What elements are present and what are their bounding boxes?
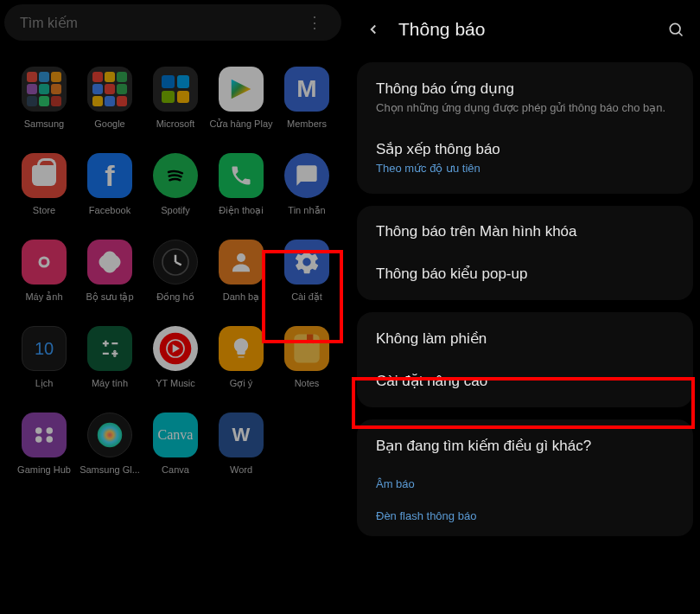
page-title: Thông báo xyxy=(398,19,650,40)
settings-group: Không làm phiềnCài đặt nâng cao xyxy=(357,312,693,407)
app-item-gaming[interactable]: Gaming Hub xyxy=(11,413,77,475)
settings-group: Thông báo trên Màn hình khóaThông báo ki… xyxy=(357,206,693,300)
app-item-contacts[interactable]: Danh bạ xyxy=(208,240,274,302)
tips-icon xyxy=(219,326,264,371)
app-label: YT Music xyxy=(156,378,195,388)
setting-title: Bạn đang tìm kiếm điều gì khác? xyxy=(376,437,674,455)
app-item-clock[interactable]: Đồng hồ xyxy=(143,240,208,302)
clock-icon xyxy=(153,240,198,285)
svg-point-20 xyxy=(47,437,54,444)
app-item-calendar[interactable]: 10Lịch xyxy=(11,326,77,388)
svg-point-19 xyxy=(35,437,42,444)
setting-link[interactable]: Đèn flash thông báo xyxy=(376,509,674,524)
setting-item[interactable]: Thông báo kiểu pop-up xyxy=(357,253,693,295)
app-drawer-panel: Tìm kiếm ⋮ SamsungGoogleMicrosoftCửa hàn… xyxy=(0,0,350,614)
app-item-phone[interactable]: Điện thoại xyxy=(208,153,274,215)
notification-settings-panel: Thông báo Thông báo ứng dụngChọn những ứ… xyxy=(350,0,700,614)
app-item-msg[interactable]: Tin nhắn xyxy=(274,153,340,215)
app-label: Samsung xyxy=(24,118,64,129)
app-item-globe[interactable]: Samsung Gl... xyxy=(77,413,143,475)
app-item-spotify[interactable]: Spotify xyxy=(143,153,208,215)
search-placeholder: Tìm kiếm xyxy=(20,15,303,31)
setting-link[interactable]: Âm báo xyxy=(376,477,674,492)
folder-icon xyxy=(22,67,67,112)
app-label: Samsung Gl... xyxy=(80,464,140,475)
setting-item[interactable]: Thông báo trên Màn hình khóa xyxy=(357,211,693,253)
settings-group: Bạn đang tìm kiếm điều gì khác?Âm báoĐèn… xyxy=(357,419,693,536)
svg-point-17 xyxy=(35,428,42,435)
app-item-play[interactable]: Cửa hàng Play xyxy=(208,67,274,129)
app-item-gallery[interactable]: Bộ sưu tập xyxy=(77,240,143,302)
gallery-icon xyxy=(87,240,132,285)
spotify-icon xyxy=(153,153,198,198)
svg-point-12 xyxy=(114,355,115,356)
svg-point-21 xyxy=(98,423,123,448)
app-item-camera[interactable]: Máy ảnh xyxy=(11,240,77,302)
app-label: Máy tính xyxy=(92,378,128,388)
app-label: Danh bạ xyxy=(223,291,259,302)
app-item-canva[interactable]: CanvaCanva xyxy=(143,413,208,475)
app-item-folder[interactable]: Samsung xyxy=(11,67,77,129)
setting-title: Cài đặt nâng cao xyxy=(376,372,674,390)
setting-title: Thông báo kiểu pop-up xyxy=(376,265,674,283)
app-label: Store xyxy=(33,205,55,215)
ytmusic-icon xyxy=(153,326,198,371)
app-label: Đồng hồ xyxy=(156,291,194,302)
app-label: Tin nhắn xyxy=(288,205,325,215)
camera-icon xyxy=(22,240,67,285)
app-item-folder[interactable]: Google xyxy=(77,67,143,129)
svg-point-6 xyxy=(237,253,245,262)
search-icon[interactable] xyxy=(667,21,684,38)
app-label: Spotify xyxy=(161,205,190,215)
app-item-ytmusic[interactable]: YT Music xyxy=(143,326,208,388)
app-label: Facebook xyxy=(89,205,130,215)
svg-point-22 xyxy=(670,23,680,34)
setting-item[interactable]: Âm báo xyxy=(357,467,693,499)
app-grid: SamsungGoogleMicrosoftCửa hàng PlayMMemb… xyxy=(4,45,346,475)
app-item-notes[interactable]: Notes xyxy=(274,326,340,388)
canva-icon: Canva xyxy=(153,413,198,457)
svg-point-11 xyxy=(114,351,115,352)
setting-item[interactable]: Đèn flash thông báo xyxy=(357,499,693,531)
app-item-ms-folder[interactable]: Microsoft xyxy=(143,67,208,129)
app-item-members[interactable]: MMembers xyxy=(274,67,340,129)
setting-subtitle: Chọn những ứng dụng được phép gửi thông … xyxy=(376,101,674,116)
app-label: Notes xyxy=(295,378,320,388)
app-label: Cài đặt xyxy=(291,291,322,302)
settings-header: Thông báo xyxy=(350,0,700,55)
contacts-icon xyxy=(219,240,264,285)
phone-icon xyxy=(219,153,264,198)
setting-item[interactable]: Sắp xếp thông báoTheo mức độ ưu tiên xyxy=(357,128,693,189)
setting-item[interactable]: Cài đặt nâng cao xyxy=(357,360,693,402)
setting-item[interactable]: Bạn đang tìm kiếm điều gì khác? xyxy=(357,425,693,467)
play-store-icon xyxy=(219,67,264,112)
setting-title: Thông báo trên Màn hình khóa xyxy=(376,223,674,240)
back-icon[interactable] xyxy=(366,22,381,37)
store-icon xyxy=(22,153,67,198)
app-item-fb[interactable]: fFacebook xyxy=(77,153,143,215)
app-label: Gợi ý xyxy=(230,378,253,388)
setting-subtitle: Theo mức độ ưu tiên xyxy=(376,162,674,176)
app-item-store[interactable]: Store xyxy=(11,153,77,215)
setting-title: Thông báo ứng dụng xyxy=(376,80,674,98)
app-label: Microsoft xyxy=(156,118,195,129)
app-label: Members xyxy=(287,118,327,129)
svg-point-18 xyxy=(47,428,54,435)
settings-group: Thông báo ứng dụngChọn những ứng dụng đư… xyxy=(357,62,693,194)
setting-item[interactable]: Không làm phiền xyxy=(357,317,693,360)
app-label: Lịch xyxy=(35,378,54,388)
more-icon[interactable]: ⋮ xyxy=(303,13,326,32)
word-icon: W xyxy=(219,413,264,457)
app-item-word[interactable]: WWord xyxy=(208,413,274,475)
svg-line-23 xyxy=(679,33,683,36)
notes-icon xyxy=(284,326,329,371)
app-item-settings[interactable]: Cài đặt xyxy=(274,240,340,302)
setting-title: Không làm phiền xyxy=(376,329,674,348)
calculator-icon xyxy=(87,326,132,371)
app-item-tips[interactable]: Gợi ý xyxy=(208,326,274,388)
setting-item[interactable]: Thông báo ứng dụngChọn những ứng dụng đư… xyxy=(357,67,693,128)
settings-list: Thông báo ứng dụngChọn những ứng dụng đư… xyxy=(350,62,700,536)
globe-icon xyxy=(87,413,132,457)
app-item-calc[interactable]: Máy tính xyxy=(77,326,143,388)
search-bar[interactable]: Tìm kiếm ⋮ xyxy=(4,4,341,41)
